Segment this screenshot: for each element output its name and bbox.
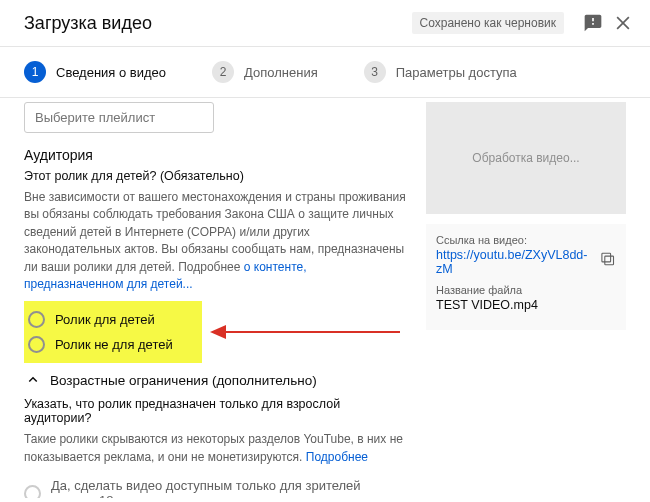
filename-label: Название файла <box>436 284 616 296</box>
age-restriction-expander[interactable]: Возрастные ограничения (дополнительно) <box>24 371 408 389</box>
step-label: Сведения о видео <box>56 65 166 80</box>
radio-icon <box>28 311 45 328</box>
step-visibility[interactable]: 3 Параметры доступа <box>364 61 517 83</box>
svg-rect-5 <box>601 253 610 262</box>
radio-label: Ролик для детей <box>55 312 155 327</box>
svg-marker-3 <box>210 325 226 339</box>
dialog-title: Загрузка видео <box>24 13 412 34</box>
video-thumbnail: Обработка видео... <box>426 102 626 214</box>
close-icon[interactable] <box>612 12 634 34</box>
age-question: Указать, что ролик предназначен только д… <box>24 397 408 425</box>
feedback-icon[interactable] <box>582 12 604 34</box>
radio-label: Да, сделать видео доступным только для з… <box>51 478 408 498</box>
annotation-arrow <box>210 321 400 343</box>
step-num: 1 <box>24 61 46 83</box>
audience-heading: Аудитория <box>24 147 408 163</box>
step-details[interactable]: 1 Сведения о видео <box>24 61 166 83</box>
upload-dialog: Загрузка видео Сохранено как черновик 1 … <box>0 0 650 502</box>
processing-text: Обработка видео... <box>472 151 579 165</box>
filename-value: TEST VIDEO.mp4 <box>436 298 616 312</box>
left-panel: Аудитория Этот ролик для детей? (Обязате… <box>24 98 426 498</box>
svg-rect-4 <box>604 256 613 265</box>
step-label: Дополнения <box>244 65 318 80</box>
audience-description: Вне зависимости от вашего местонахождени… <box>24 189 408 293</box>
radio-icon <box>28 336 45 353</box>
chevron-up-icon <box>24 371 42 389</box>
video-meta: Ссылка на видео: https://youtu.be/ZXyVL8… <box>426 224 626 330</box>
radio-label: Ролик не для детей <box>55 337 173 352</box>
radio-not-for-kids[interactable]: Ролик не для детей <box>28 332 194 357</box>
step-num: 2 <box>212 61 234 83</box>
radio-icon <box>24 485 41 498</box>
playlist-select[interactable] <box>24 102 214 133</box>
audience-highlight: Ролик для детей Ролик не для детей <box>24 301 202 363</box>
draft-badge: Сохранено как черновик <box>412 12 565 34</box>
dialog-header: Загрузка видео Сохранено как черновик <box>0 0 650 47</box>
video-link[interactable]: https://youtu.be/ZXyVL8dd-zM <box>436 248 599 276</box>
audience-question: Этот ролик для детей? (Обязательно) <box>24 169 408 183</box>
copy-icon[interactable] <box>599 250 616 268</box>
stepper: 1 Сведения о видео 2 Дополнения 3 Параме… <box>0 47 650 98</box>
radio-for-kids[interactable]: Ролик для детей <box>28 307 194 332</box>
step-elements[interactable]: 2 Дополнения <box>212 61 318 83</box>
right-panel: Обработка видео... Ссылка на видео: http… <box>426 98 626 498</box>
step-num: 3 <box>364 61 386 83</box>
video-link-label: Ссылка на видео: <box>436 234 599 246</box>
radio-age-yes[interactable]: Да, сделать видео доступным только для з… <box>24 474 408 498</box>
age-description: Такие ролики скрываются из некоторых раз… <box>24 431 408 466</box>
expander-label: Возрастные ограничения (дополнительно) <box>50 373 317 388</box>
age-learn-more-link[interactable]: Подробнее <box>306 450 368 464</box>
step-label: Параметры доступа <box>396 65 517 80</box>
